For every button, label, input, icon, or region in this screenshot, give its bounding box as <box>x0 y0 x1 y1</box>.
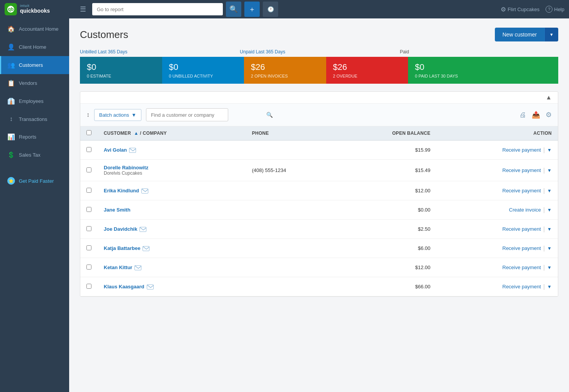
row-action-button[interactable]: Receive payment <box>503 225 541 233</box>
search-icon: 🔍 <box>266 112 273 118</box>
card-overdue-amount: $26 <box>333 62 401 72</box>
row-phone <box>246 200 337 220</box>
customer-name-link[interactable]: Katja Battarbee <box>104 245 140 251</box>
header-phone[interactable]: PHONE <box>246 126 337 141</box>
sidebar-item-sales-tax[interactable]: 💲 Sales Tax <box>0 146 69 164</box>
customer-name-link[interactable]: Avi Golan <box>104 147 127 153</box>
customers-icon: 👥 <box>7 61 15 69</box>
action-dropdown-arrow[interactable]: ▼ <box>547 265 552 270</box>
card-open-invoices[interactable]: $26 2 OPEN INVOICES <box>244 57 326 84</box>
row-checkbox[interactable] <box>86 167 91 172</box>
row-balance: $66.00 <box>337 277 437 296</box>
table-row: Avi Golan $15.99 Receive payment | ▼ <box>80 141 558 160</box>
table-row: Joe Davidchik $2.50 Receive payment | ▼ <box>80 220 558 239</box>
hamburger-button[interactable]: ☰ <box>77 3 89 15</box>
row-action-button[interactable]: Create invoice <box>509 205 541 214</box>
header-action: ACTION <box>436 126 558 141</box>
transactions-icon: ↕ <box>7 116 15 122</box>
card-estimate-amount: $0 <box>87 62 155 72</box>
header-customer[interactable]: CUSTOMER ▲ / COMPANY <box>98 126 246 141</box>
action-divider: | <box>543 147 545 154</box>
nav-search-input[interactable] <box>92 3 223 15</box>
sidebar-item-get-paid-faster[interactable]: ⭐ Get Paid Faster <box>0 172 69 190</box>
row-checkbox[interactable] <box>86 147 91 152</box>
row-action-button[interactable]: Receive payment <box>503 166 541 175</box>
customers-table: CUSTOMER ▲ / COMPANY PHONE OPEN BALANCE … <box>80 126 558 296</box>
sidebar-item-vendors[interactable]: 📋 Vendors <box>0 74 69 92</box>
top-nav: qb intuit quickbooks ☰ 🔍 ＋ 🕐 ⚙ Flirt Cup… <box>0 0 569 18</box>
card-open-invoices-amount: $26 <box>251 62 319 72</box>
action-dropdown-arrow[interactable]: ▼ <box>547 207 552 213</box>
customer-name-link[interactable]: Dorelle Rabinowitz <box>104 165 148 170</box>
customer-name-link[interactable]: Jane Smith <box>104 207 130 213</box>
batch-actions-button[interactable]: Batch actions ▼ <box>94 109 141 121</box>
row-phone <box>246 277 337 296</box>
customer-name-link[interactable]: Joe Davidchik <box>104 226 137 232</box>
row-checkbox-cell <box>80 200 98 220</box>
row-checkbox[interactable] <box>86 188 91 193</box>
row-customer-name-cell: Dorelle Rabinowitz Dorelvis Cupcakes <box>98 160 246 181</box>
export-icon[interactable]: 📤 <box>532 111 540 119</box>
row-checkbox[interactable] <box>86 265 91 270</box>
action-dropdown-arrow[interactable]: ▼ <box>547 188 552 194</box>
action-dropdown-arrow[interactable]: ▼ <box>547 246 552 251</box>
sidebar-item-transactions[interactable]: ↕ Transactions <box>0 110 69 128</box>
add-button[interactable]: ＋ <box>244 2 260 17</box>
vendors-icon: 📋 <box>7 79 15 87</box>
customer-name-link[interactable]: Klaus Kaasgaard <box>104 284 144 289</box>
row-action-button[interactable]: Receive payment <box>503 186 541 195</box>
row-checkbox[interactable] <box>86 284 91 289</box>
action-dropdown-arrow[interactable]: ▼ <box>547 227 552 232</box>
action-divider: | <box>543 245 545 252</box>
row-customer-name-cell: Katja Battarbee <box>98 239 246 258</box>
settings-item[interactable]: ⚙ Flirt Cupcakes <box>501 6 539 13</box>
row-customer-name-cell: Avi Golan <box>98 141 246 160</box>
table-toolbar: ↕ Batch actions ▼ 🔍 🖨 📤 ⚙ <box>80 104 558 126</box>
page-title: Customers <box>80 29 128 41</box>
customer-search-input[interactable] <box>146 108 228 121</box>
sidebar-item-accountant-home[interactable]: 🏠 Accountant Home <box>0 20 69 38</box>
row-action-button[interactable]: Receive payment <box>503 263 541 272</box>
customer-name-link[interactable]: Ketan Kittur <box>104 265 132 270</box>
batch-actions-label: Batch actions <box>99 112 129 118</box>
client-icon: 👤 <box>7 43 15 51</box>
row-checkbox[interactable] <box>86 245 91 250</box>
sidebar-item-employees[interactable]: 👔 Employees <box>0 92 69 110</box>
select-all-checkbox[interactable] <box>86 130 91 135</box>
summary-cards: $0 0 ESTIMATE $0 0 UNBILLED ACTIVITY $26… <box>80 57 558 84</box>
settings-icon[interactable]: ⚙ <box>546 111 552 119</box>
sort-icon[interactable]: ↕ <box>86 111 90 118</box>
header-open-balance[interactable]: OPEN BALANCE <box>337 126 437 141</box>
card-estimate[interactable]: $0 0 ESTIMATE <box>80 57 162 84</box>
action-dropdown-arrow[interactable]: ▼ <box>547 147 552 153</box>
card-paid[interactable]: $0 0 PAID LAST 30 DAYS <box>408 57 558 84</box>
print-icon[interactable]: 🖨 <box>519 111 526 119</box>
new-customer-button[interactable]: New customer <box>495 28 544 41</box>
card-estimate-label: 0 ESTIMATE <box>87 74 155 78</box>
sidebar-item-reports[interactable]: 📊 Reports <box>0 128 69 146</box>
row-action-button[interactable]: Receive payment <box>503 146 541 154</box>
quickbooks-logo: qb <box>5 3 17 15</box>
card-unbilled[interactable]: $0 0 UNBILLED ACTIVITY <box>162 57 244 84</box>
row-checkbox[interactable] <box>86 226 91 231</box>
collapse-button[interactable]: ▲ <box>546 94 552 101</box>
action-dropdown-arrow[interactable]: ▼ <box>547 284 552 289</box>
row-action-button[interactable]: Receive payment <box>503 282 541 291</box>
row-action-cell: Receive payment | ▼ <box>436 220 558 239</box>
row-action-button[interactable]: Receive payment <box>503 244 541 253</box>
sidebar-item-customers[interactable]: 👥 Customers <box>0 56 69 74</box>
row-checkbox-cell <box>80 220 98 239</box>
customer-name-link[interactable]: Erika Kindlund <box>104 188 139 194</box>
row-phone <box>246 258 337 277</box>
history-button[interactable]: 🕐 <box>263 2 278 17</box>
sidebar-label-vendors: Vendors <box>19 80 37 86</box>
svg-text:qb: qb <box>8 7 14 12</box>
sidebar-item-client-home[interactable]: 👤 Client Home <box>0 38 69 56</box>
action-dropdown-arrow[interactable]: ▼ <box>547 168 552 173</box>
new-customer-dropdown[interactable]: ▼ <box>544 28 558 41</box>
global-search-button[interactable]: 🔍 <box>226 2 241 17</box>
card-overdue[interactable]: $26 2 OVERDUE <box>326 57 408 84</box>
row-checkbox[interactable] <box>86 207 91 212</box>
main-content: Customers New customer ▼ Unbilled Last 3… <box>69 18 569 392</box>
help-item[interactable]: ? Help <box>546 6 564 13</box>
